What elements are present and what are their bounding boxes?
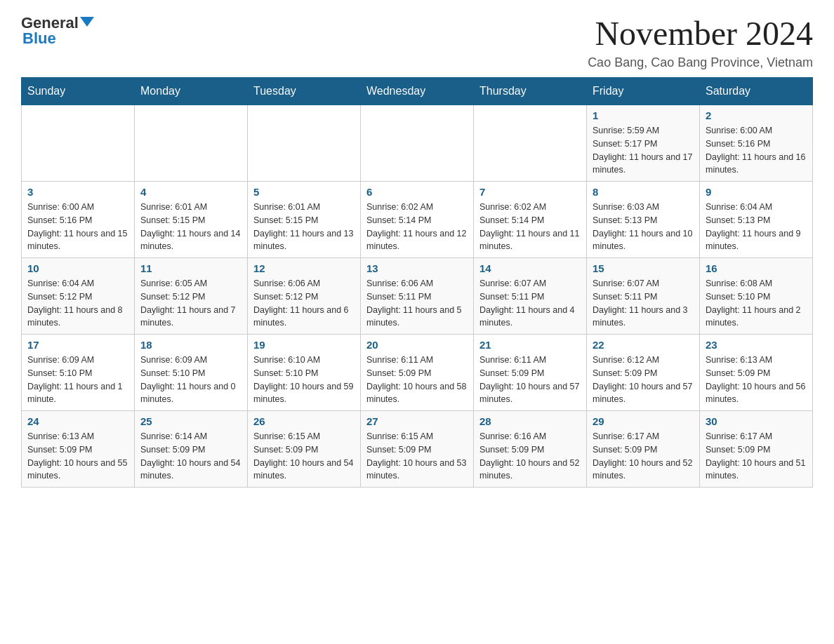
day-number: 13 [366,262,468,274]
day-info: Sunrise: 6:07 AM Sunset: 5:11 PM Dayligh… [593,277,694,330]
day-info: Sunrise: 6:06 AM Sunset: 5:11 PM Dayligh… [366,277,468,330]
day-info: Sunrise: 6:00 AM Sunset: 5:16 PM Dayligh… [27,201,128,253]
day-info: Sunrise: 6:12 AM Sunset: 5:09 PM Dayligh… [593,354,694,406]
calendar-week-row: 3Sunrise: 6:00 AM Sunset: 5:16 PM Daylig… [22,182,813,258]
calendar-day-header: Friday [587,78,700,105]
day-info: Sunrise: 6:17 AM Sunset: 5:09 PM Dayligh… [706,430,807,483]
day-number: 5 [253,186,355,198]
day-number: 9 [706,186,807,198]
calendar-day-cell: 14Sunrise: 6:07 AM Sunset: 5:11 PM Dayli… [474,258,587,335]
calendar-day-header: Sunday [22,78,135,105]
day-number: 11 [140,262,241,274]
day-info: Sunrise: 6:15 AM Sunset: 5:09 PM Dayligh… [253,430,355,483]
calendar-week-row: 1Sunrise: 5:59 AM Sunset: 5:17 PM Daylig… [22,105,813,182]
day-number: 7 [479,186,581,198]
day-info: Sunrise: 6:05 AM Sunset: 5:12 PM Dayligh… [140,277,241,330]
day-info: Sunrise: 6:10 AM Sunset: 5:10 PM Dayligh… [253,354,355,406]
day-number: 14 [479,262,581,274]
day-number: 20 [366,339,468,351]
day-number: 30 [706,415,807,427]
day-number: 29 [593,415,694,427]
calendar-day-cell: 20Sunrise: 6:11 AM Sunset: 5:09 PM Dayli… [361,335,474,411]
day-number: 27 [366,415,468,427]
day-info: Sunrise: 6:13 AM Sunset: 5:09 PM Dayligh… [27,430,128,483]
day-info: Sunrise: 5:59 AM Sunset: 5:17 PM Dayligh… [593,124,694,177]
calendar-day-cell: 26Sunrise: 6:15 AM Sunset: 5:09 PM Dayli… [248,411,361,488]
calendar-day-cell: 13Sunrise: 6:06 AM Sunset: 5:11 PM Dayli… [361,258,474,335]
calendar-week-row: 17Sunrise: 6:09 AM Sunset: 5:10 PM Dayli… [22,335,813,411]
calendar-day-cell: 8Sunrise: 6:03 AM Sunset: 5:13 PM Daylig… [587,182,700,258]
day-number: 16 [706,262,807,274]
subtitle: Cao Bang, Cao Bang Province, Vietnam [588,55,813,70]
day-info: Sunrise: 6:15 AM Sunset: 5:09 PM Dayligh… [366,430,468,483]
day-info: Sunrise: 6:06 AM Sunset: 5:12 PM Dayligh… [253,277,355,330]
day-info: Sunrise: 6:11 AM Sunset: 5:09 PM Dayligh… [479,354,581,406]
calendar-day-cell: 3Sunrise: 6:00 AM Sunset: 5:16 PM Daylig… [22,182,135,258]
calendar-week-row: 24Sunrise: 6:13 AM Sunset: 5:09 PM Dayli… [22,411,813,488]
day-info: Sunrise: 6:03 AM Sunset: 5:13 PM Dayligh… [593,201,694,253]
calendar-day-cell: 1Sunrise: 5:59 AM Sunset: 5:17 PM Daylig… [587,105,700,182]
day-info: Sunrise: 6:00 AM Sunset: 5:16 PM Dayligh… [706,124,807,177]
day-number: 8 [593,186,694,198]
calendar-day-cell: 2Sunrise: 6:00 AM Sunset: 5:16 PM Daylig… [700,105,813,182]
calendar-day-cell: 29Sunrise: 6:17 AM Sunset: 5:09 PM Dayli… [587,411,700,488]
day-info: Sunrise: 6:13 AM Sunset: 5:09 PM Dayligh… [706,354,807,406]
calendar-day-cell: 5Sunrise: 6:01 AM Sunset: 5:15 PM Daylig… [248,182,361,258]
calendar-day-cell: 22Sunrise: 6:12 AM Sunset: 5:09 PM Dayli… [587,335,700,411]
calendar-day-cell: 12Sunrise: 6:06 AM Sunset: 5:12 PM Dayli… [248,258,361,335]
day-number: 3 [27,186,128,198]
day-info: Sunrise: 6:04 AM Sunset: 5:12 PM Dayligh… [27,277,128,330]
calendar-day-cell: 17Sunrise: 6:09 AM Sunset: 5:10 PM Dayli… [22,335,135,411]
day-info: Sunrise: 6:01 AM Sunset: 5:15 PM Dayligh… [253,201,355,253]
calendar-day-cell: 21Sunrise: 6:11 AM Sunset: 5:09 PM Dayli… [474,335,587,411]
calendar-day-header: Monday [135,78,248,105]
day-info: Sunrise: 6:01 AM Sunset: 5:15 PM Dayligh… [140,201,241,253]
day-number: 17 [27,339,128,351]
calendar-day-cell [474,105,587,182]
calendar-day-cell: 6Sunrise: 6:02 AM Sunset: 5:14 PM Daylig… [361,182,474,258]
day-info: Sunrise: 6:09 AM Sunset: 5:10 PM Dayligh… [140,354,241,406]
calendar-day-header: Tuesday [248,78,361,105]
calendar-day-cell [248,105,361,182]
calendar-day-cell [361,105,474,182]
calendar-day-cell [135,105,248,182]
day-number: 1 [593,109,694,121]
day-info: Sunrise: 6:16 AM Sunset: 5:09 PM Dayligh… [479,430,581,483]
day-number: 18 [140,339,241,351]
calendar-day-cell: 16Sunrise: 6:08 AM Sunset: 5:10 PM Dayli… [700,258,813,335]
day-info: Sunrise: 6:11 AM Sunset: 5:09 PM Dayligh… [366,354,468,406]
calendar-day-cell: 25Sunrise: 6:14 AM Sunset: 5:09 PM Dayli… [135,411,248,488]
day-number: 4 [140,186,241,198]
calendar-table: SundayMondayTuesdayWednesdayThursdayFrid… [21,77,813,488]
day-number: 21 [479,339,581,351]
day-info: Sunrise: 6:07 AM Sunset: 5:11 PM Dayligh… [479,277,581,330]
calendar-day-cell: 23Sunrise: 6:13 AM Sunset: 5:09 PM Dayli… [700,335,813,411]
day-number: 6 [366,186,468,198]
day-number: 22 [593,339,694,351]
calendar-day-cell: 27Sunrise: 6:15 AM Sunset: 5:09 PM Dayli… [361,411,474,488]
calendar-day-header: Saturday [700,78,813,105]
day-info: Sunrise: 6:02 AM Sunset: 5:14 PM Dayligh… [479,201,581,253]
day-number: 25 [140,415,241,427]
calendar-day-cell: 19Sunrise: 6:10 AM Sunset: 5:10 PM Dayli… [248,335,361,411]
calendar-week-row: 10Sunrise: 6:04 AM Sunset: 5:12 PM Dayli… [22,258,813,335]
day-number: 10 [27,262,128,274]
main-title: November 2024 [588,14,813,53]
calendar-day-cell: 30Sunrise: 6:17 AM Sunset: 5:09 PM Dayli… [700,411,813,488]
logo-arrow-icon [80,17,94,27]
day-number: 19 [253,339,355,351]
calendar-day-header: Thursday [474,78,587,105]
calendar-day-cell [22,105,135,182]
day-number: 26 [253,415,355,427]
calendar-day-cell: 15Sunrise: 6:07 AM Sunset: 5:11 PM Dayli… [587,258,700,335]
logo-blue-text: Blue [22,29,56,48]
day-number: 23 [706,339,807,351]
day-info: Sunrise: 6:09 AM Sunset: 5:10 PM Dayligh… [27,354,128,406]
day-number: 12 [253,262,355,274]
calendar-day-cell: 9Sunrise: 6:04 AM Sunset: 5:13 PM Daylig… [700,182,813,258]
calendar-day-cell: 18Sunrise: 6:09 AM Sunset: 5:10 PM Dayli… [135,335,248,411]
day-info: Sunrise: 6:02 AM Sunset: 5:14 PM Dayligh… [366,201,468,253]
day-info: Sunrise: 6:08 AM Sunset: 5:10 PM Dayligh… [706,277,807,330]
calendar-header-row: SundayMondayTuesdayWednesdayThursdayFrid… [22,78,813,105]
day-number: 24 [27,415,128,427]
